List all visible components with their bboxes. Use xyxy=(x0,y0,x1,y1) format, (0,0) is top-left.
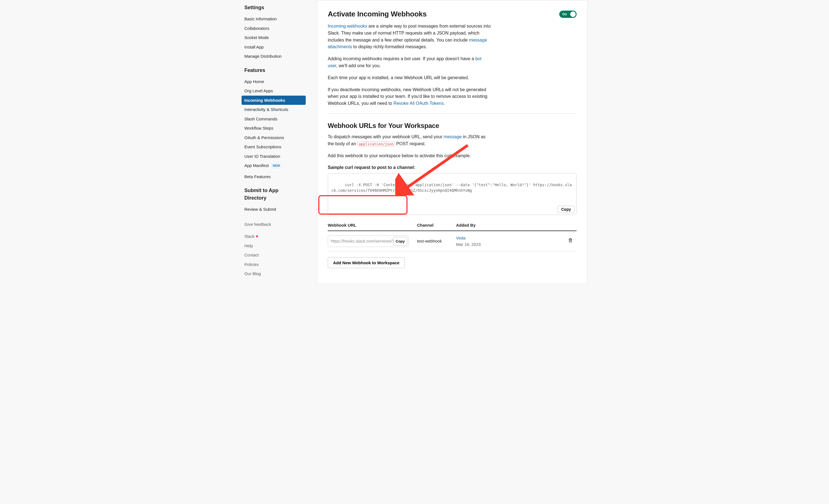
sidebar-item-slack[interactable]: Slack ♥ xyxy=(242,232,306,241)
sidebar-item-app-home[interactable]: App Home xyxy=(242,77,306,86)
col-channel: Channel xyxy=(417,222,456,231)
sidebar-item-app-manifest[interactable]: App Manifest NEW xyxy=(242,161,306,170)
add-webhook-button[interactable]: Add New Webhook to Workspace xyxy=(328,257,405,268)
sidebar-item-incoming-webhooks[interactable]: Incoming Webhooks xyxy=(242,95,306,105)
sidebar-item-basic-information[interactable]: Basic Information xyxy=(242,14,306,24)
activate-header: Activate Incoming Webhooks On xyxy=(328,9,577,20)
sidebar-footer: Give feedback Slack ♥ Help Contact Polic… xyxy=(242,220,306,278)
sidebar-item-our-blog[interactable]: Our Blog xyxy=(242,269,306,278)
added-by-name[interactable]: Veda xyxy=(456,235,568,241)
sidebar-item-manage-distribution[interactable]: Manage Distribution xyxy=(242,51,306,61)
added-by-date: Mar 16, 2023 xyxy=(456,241,568,248)
curl-code-block: curl -X POST -H 'Content-type: applicati… xyxy=(328,173,577,215)
webhook-url-text: https://hooks.slack.com/services/T0 xyxy=(331,239,397,243)
sidebar-item-help[interactable]: Help xyxy=(242,241,306,250)
intro-paragraph-4: If you deactivate incoming webhooks, new… xyxy=(328,86,492,107)
sidebar-item-install-app[interactable]: Install App xyxy=(242,42,306,52)
link-incoming-webhooks[interactable]: Incoming webhooks xyxy=(328,24,367,29)
toggle-knob xyxy=(570,11,576,17)
sidebar-item-contact[interactable]: Contact xyxy=(242,250,306,260)
sidebar-item-review-submit[interactable]: Review & Submit xyxy=(242,205,306,214)
sidebar-title-submit: Submit to App Directory xyxy=(242,187,286,202)
slack-link-text: Slack xyxy=(244,234,255,239)
channel-cell: test-webhook xyxy=(417,231,456,252)
sidebar-section-settings: Settings Basic Information Collaborators… xyxy=(242,4,306,61)
sidebar-item-org-level-apps[interactable]: Org Level Apps xyxy=(242,86,306,95)
toggle-label: On xyxy=(562,12,567,17)
dispatch-paragraph: To dispatch messages with your webhook U… xyxy=(328,133,492,148)
intro-paragraph-1: Incoming webhooks are a simple way to po… xyxy=(328,23,492,50)
webhooks-toggle[interactable]: On xyxy=(559,11,577,18)
sidebar: Settings Basic Information Collaborators… xyxy=(242,0,306,284)
intro-paragraph-3: Each time your app is installed, a new W… xyxy=(328,74,492,81)
urls-title: Webhook URLs for Your Workspace xyxy=(328,121,577,131)
curl-code-text: curl -X POST -H 'Content-type: applicati… xyxy=(331,183,572,193)
activate-hint: Add this webhook to your workspace below… xyxy=(328,153,492,159)
sidebar-item-event-subscriptions[interactable]: Event Subscriptions xyxy=(242,142,306,152)
sidebar-item-label: App Manifest xyxy=(244,163,269,168)
trash-icon[interactable] xyxy=(568,238,573,242)
sidebar-item-beta-features[interactable]: Beta Features xyxy=(242,172,306,182)
webhook-url-field: https://hooks.slack.com/services/T0 Copy xyxy=(328,236,409,247)
sidebar-item-policies[interactable]: Policies xyxy=(242,260,306,269)
copy-curl-button[interactable]: Copy xyxy=(557,206,575,213)
sidebar-title-features: Features xyxy=(242,67,306,74)
table-row: https://hooks.slack.com/services/T0 Copy… xyxy=(328,231,577,252)
col-added-by: Added By xyxy=(456,222,568,231)
intro-paragraph-2: Adding incoming webhooks requires a bot … xyxy=(328,55,492,69)
sample-curl-label: Sample curl request to post to a channel… xyxy=(328,164,577,171)
sidebar-item-slash-commands[interactable]: Slash Commands xyxy=(242,114,306,124)
main-content: Activate Incoming Webhooks On Incoming w… xyxy=(317,0,587,284)
sidebar-section-submit: Submit to App Directory Review & Submit xyxy=(242,187,306,214)
added-by-cell: Veda Mar 16, 2023 xyxy=(456,231,568,252)
link-message[interactable]: message xyxy=(443,134,462,139)
sidebar-item-collaborators[interactable]: Collaborators xyxy=(242,24,306,33)
sidebar-item-interactivity-shortcuts[interactable]: Interactivity & Shortcuts xyxy=(242,105,306,114)
activate-title: Activate Incoming Webhooks xyxy=(328,9,427,20)
sidebar-title-settings: Settings xyxy=(242,4,306,11)
copy-webhook-url-button[interactable]: Copy xyxy=(393,237,407,245)
heart-icon: ♥ xyxy=(256,234,258,239)
sidebar-section-features: Features App Home Org Level Apps Incomin… xyxy=(242,67,306,182)
sidebar-item-user-id-translation[interactable]: User ID Translation xyxy=(242,152,306,161)
col-webhook-url: Webhook URL xyxy=(328,222,417,231)
new-badge: NEW xyxy=(271,163,282,169)
sidebar-item-workflow-steps[interactable]: Workflow Steps xyxy=(242,123,306,133)
code-application-json: application/json xyxy=(357,142,395,146)
sidebar-item-socket-mode[interactable]: Socket Mode xyxy=(242,33,306,42)
link-revoke-tokens[interactable]: Revoke All OAuth Tokens. xyxy=(393,101,445,106)
webhook-table: Webhook URL Channel Added By https://hoo… xyxy=(328,222,577,252)
sidebar-item-oauth-permissions[interactable]: OAuth & Permissions xyxy=(242,133,306,143)
sidebar-item-give-feedback[interactable]: Give feedback xyxy=(242,220,306,229)
